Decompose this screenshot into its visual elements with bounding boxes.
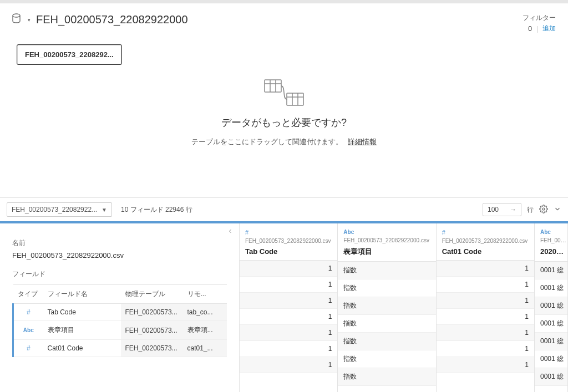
grid-cell[interactable]: 指数: [338, 350, 435, 368]
column-name: Cat01 Code: [442, 247, 529, 256]
type-icon: Abc: [540, 229, 567, 235]
canvas-subtext-text: テーブルをここにドラッグして関連付けます。: [191, 138, 343, 146]
col-remote[interactable]: リモ...: [183, 285, 227, 304]
svg-point-0: [13, 14, 20, 17]
details-link[interactable]: 詳細情報: [348, 138, 377, 146]
grid-cell[interactable]: 指数: [338, 333, 435, 350]
data-grid-panel: #FEH_00200573_22082922000.csvTab Code111…: [240, 223, 568, 392]
database-dropdown-caret[interactable]: ▾: [28, 17, 31, 23]
grid-cell[interactable]: 0001 総: [535, 297, 567, 315]
fields-header-row: タイプ フィールド名 物理テーブル リモ...: [13, 285, 227, 304]
remote-name: 表章項...: [183, 321, 227, 340]
grid-column-header[interactable]: #FEH_00200573_22082922000.csvCat01 Code: [437, 223, 534, 261]
grid-cell[interactable]: 指数: [338, 279, 435, 297]
grid-column: #FEH_00200573_22082922000.csvTab Code111…: [240, 223, 338, 392]
grid-cell[interactable]: 指数: [338, 315, 435, 333]
grid-cell[interactable]: 0001 総: [535, 315, 567, 333]
column-name: 2020年基: [540, 247, 567, 257]
svg-point-9: [542, 208, 545, 210]
physical-table: FEH_00200573...: [121, 304, 183, 321]
type-icon: Abc: [343, 229, 430, 235]
type-icon: #: [13, 304, 43, 321]
collapse-left-icon[interactable]: [227, 223, 239, 236]
grid-cell[interactable]: 1: [240, 261, 337, 277]
column-name: 表章項目: [343, 247, 430, 257]
field-name: 表章項目: [43, 321, 121, 340]
grid-cell[interactable]: 1: [240, 325, 337, 341]
grid-cell[interactable]: 1: [437, 341, 534, 357]
table-select-label: FEH_00200573_22082922...: [12, 206, 97, 213]
filter-count: 0: [528, 25, 532, 33]
canvas-heading: データがもっと必要ですか?: [221, 116, 347, 129]
data-grid[interactable]: #FEH_00200573_22082922000.csvTab Code111…: [240, 223, 568, 392]
column-source: FEH_00200573_22082922000.csv: [245, 238, 332, 244]
grid-cell[interactable]: 0001 総: [535, 368, 567, 386]
grid-cell[interactable]: 1: [240, 277, 337, 293]
grid-cell[interactable]: 1: [240, 309, 337, 325]
gear-icon[interactable]: [539, 205, 548, 215]
lower-pane: 名前 FEH_00200573_22082922000.csv フィールド タイ…: [0, 221, 568, 392]
fields-table: タイプ フィールド名 物理テーブル リモ... #Tab CodeFEH_002…: [12, 284, 227, 357]
grid-column-header[interactable]: AbcFEH_002002020年基: [535, 223, 567, 262]
data-toolbar: FEH_00200573_22082922... ▼ 10 フィールド 2294…: [0, 197, 568, 222]
header: ▾ FEH_00200573_22082922000 フィルター 0 | 追加: [0, 3, 568, 39]
table-select[interactable]: FEH_00200573_22082922... ▼: [7, 202, 112, 217]
metadata-panel: 名前 FEH_00200573_22082922000.csv フィールド タイ…: [0, 223, 240, 392]
field-name: Cat01 Code: [43, 340, 121, 357]
grid-column-header[interactable]: #FEH_00200573_22082922000.csvTab Code: [240, 223, 337, 261]
chevron-down-icon[interactable]: [554, 205, 561, 215]
grid-cell[interactable]: 1: [437, 277, 534, 293]
table-node[interactable]: FEH_00200573_2208292...: [17, 44, 122, 65]
rows-input-value: 100: [488, 206, 499, 213]
grid-cell[interactable]: 指数: [338, 368, 435, 386]
col-name[interactable]: フィールド名: [43, 285, 121, 304]
grid-cell[interactable]: 0001 総: [535, 333, 567, 350]
table-info: 10 フィールド 22946 行: [121, 205, 192, 215]
physical-table: FEH_00200573...: [121, 321, 183, 340]
filter-add-link[interactable]: 追加: [542, 24, 556, 33]
fields-row[interactable]: #Tab CodeFEH_00200573...tab_co...: [13, 304, 227, 321]
grid-cell[interactable]: 1: [437, 357, 534, 373]
remote-name: cat01_...: [183, 340, 227, 357]
rows-unit-label: 行: [527, 205, 534, 215]
rows-input[interactable]: 100 →: [483, 203, 521, 216]
grid-cell[interactable]: 1: [437, 325, 534, 341]
relation-canvas[interactable]: FEH_00200573_2208292... データがもっと必要ですか? テー…: [0, 39, 568, 197]
type-icon: Abc: [13, 321, 43, 340]
grid-cell[interactable]: 1: [437, 293, 534, 309]
grid-cell[interactable]: 1: [240, 341, 337, 357]
filter-label: フィルター: [523, 13, 556, 23]
svg-rect-1: [265, 80, 281, 92]
fields-row[interactable]: Abc表章項目FEH_00200573...表章項...: [13, 321, 227, 340]
database-icon: [12, 13, 22, 26]
grid-cell[interactable]: 指数: [338, 262, 435, 279]
grid-cell[interactable]: 0001 総: [535, 262, 567, 279]
fields-row[interactable]: #Cat01 CodeFEH_00200573...cat01_...: [13, 340, 227, 357]
name-label: 名前: [12, 238, 227, 248]
grid-cell[interactable]: 1: [240, 293, 337, 309]
type-icon: #: [13, 340, 43, 357]
name-value[interactable]: FEH_00200573_22082922000.csv: [12, 251, 227, 259]
grid-cell[interactable]: 1: [437, 309, 534, 325]
field-name: Tab Code: [43, 304, 121, 321]
remote-name: tab_co...: [183, 304, 227, 321]
grid-cell[interactable]: 0001 総: [535, 350, 567, 368]
grid-cell[interactable]: 0001 総: [535, 279, 567, 297]
grid-cell[interactable]: 1: [240, 357, 337, 373]
column-source: FEH_00200573_22082922000.csv: [442, 238, 529, 244]
column-source: FEH_00200573_22082922000.csv: [343, 237, 430, 243]
column-name: Tab Code: [245, 247, 332, 256]
col-type[interactable]: タイプ: [13, 285, 43, 304]
fields-label: フィールド: [12, 269, 227, 279]
grid-column-header[interactable]: AbcFEH_00200573_22082922000.csv表章項目: [338, 223, 435, 262]
grid-cell[interactable]: 1: [437, 261, 534, 277]
type-icon: #: [442, 229, 529, 236]
canvas-subtext: テーブルをここにドラッグして関連付けます。 詳細情報: [191, 137, 377, 147]
arrow-right-icon: →: [510, 206, 516, 213]
page-title: FEH_00200573_22082922000: [36, 13, 188, 26]
column-source: FEH_00200: [540, 237, 567, 243]
grid-column: #FEH_00200573_22082922000.csvCat01 Code1…: [437, 223, 535, 392]
col-phys[interactable]: 物理テーブル: [121, 285, 183, 304]
grid-cell[interactable]: 指数: [338, 297, 435, 315]
chevron-down-icon: ▼: [102, 207, 107, 213]
